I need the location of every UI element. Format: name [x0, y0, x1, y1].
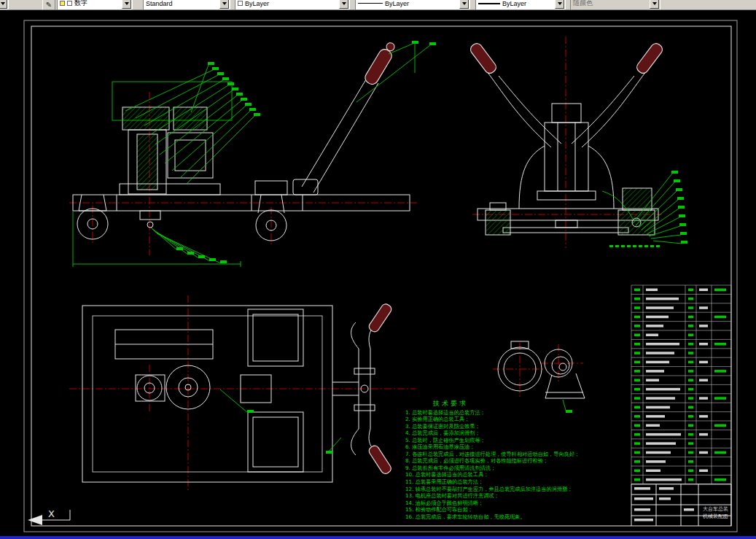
tech-requirement-item: 4. 总装完成后，要添加润滑剂； — [405, 430, 595, 437]
drawing-viewport[interactable]: X — [0, 10, 756, 536]
ucs-arrow-icon — [28, 515, 42, 525]
linetype-combo-value: ByLayer — [385, 0, 409, 7]
tech-requirement-item: 2. 实验用正确的总装工具； — [405, 416, 595, 423]
ucs-icon: X — [28, 508, 70, 525]
tech-requirement-item: 13. 电机座总装时要对其进行注意调试； — [405, 492, 595, 500]
tech-requirement-item: 14. 油标必须合乎颜色鲜明清晰； — [405, 500, 595, 507]
layer-color-swatch-icon — [67, 1, 72, 6]
command-window-edge[interactable] — [0, 536, 756, 539]
tech-requirement-item: 9. 总装前所有零件必须用清洗剂清洗； — [405, 465, 595, 472]
tech-requirement-item: 12. 轴承总装时不要敲打产生应力，并且总装完成后加注适当的润滑脂； — [405, 486, 595, 493]
tech-requirement-item: 5. 总装时，防止碰伤产生划痕等； — [405, 437, 595, 444]
drawing-subtitle: 机械装配图 — [699, 513, 732, 520]
docked-combo-fragment[interactable] — [0, 0, 9, 10]
layer-combo-value: 数字 — [74, 0, 87, 8]
layer-on-icon — [60, 1, 65, 6]
handle-grip — [635, 42, 664, 75]
tech-requirement-item: 10. 总装时要选择适当的总装工具； — [405, 471, 595, 478]
text-style-value: Standard — [146, 0, 173, 7]
dropdown-arrow-icon[interactable] — [122, 0, 131, 9]
make-layer-current-button[interactable]: ✎ — [42, 0, 55, 10]
parts-table — [631, 285, 731, 526]
handle-grip — [363, 40, 398, 87]
technical-requirements: 技术要求 1. 总装时要选择适当的总装方法；2. 实验用正确的总装工具；3. 总… — [405, 400, 595, 520]
properties-toolbar: ✎ 数字 Standard ByLayer ByLayer ByLayer 随颜… — [0, 0, 756, 10]
tech-requirements-list: 1. 总装时要选择适当的总装方法；2. 实验用正确的总装工具；3. 总装要保证密… — [405, 409, 595, 521]
dropdown-arrow-icon[interactable] — [650, 0, 659, 9]
dropdown-arrow-icon[interactable] — [459, 0, 469, 9]
plot-style-combo[interactable]: 随颜色 — [570, 0, 660, 10]
text-style-combo[interactable]: Standard — [143, 0, 230, 10]
detail-view-pump — [493, 341, 585, 398]
handle-grip — [367, 444, 393, 476]
linetype-combo[interactable]: ByLayer — [355, 0, 470, 10]
dropdown-arrow-icon[interactable] — [219, 0, 229, 9]
tech-requirements-title: 技术要求 — [433, 400, 595, 408]
dropdown-arrow-icon[interactable] — [339, 0, 348, 9]
model-space-canvas[interactable]: X 技术要求 1. 总装时要选择适当的总装方法；2. 实验用正确的总装工具；3.… — [0, 10, 756, 536]
tech-requirement-item: 1. 总装时要选择适当的总装方法； — [405, 409, 595, 416]
lineweight-combo-value: ByLayer — [502, 0, 526, 7]
tech-requirement-item: 7. 各连杆总装完成后，对连接进行处理，使导杆相对运动自如，导向良好； — [405, 451, 595, 458]
current-color-swatch-icon — [238, 1, 243, 6]
tech-requirement-item: 6. 液压油采用石油基液压油； — [405, 443, 595, 451]
tech-requirement-item: 15. 检验动作配合可靠自如； — [405, 506, 595, 513]
handle-grip — [367, 303, 393, 334]
title-block-text: 大台车总装 机械装配图 — [699, 505, 732, 520]
pencil-icon: ✎ — [46, 1, 52, 9]
tech-requirement-item: 11. 总装要采用正确的总装方法； — [405, 478, 595, 486]
dropdown-arrow-icon[interactable] — [0, 0, 7, 9]
plot-style-value: 随颜色 — [573, 0, 593, 8]
drawing-title: 大台车总装 — [699, 505, 732, 513]
plan-view — [69, 295, 416, 492]
side-view — [69, 40, 417, 267]
handle-grip — [469, 42, 498, 75]
layer-combo[interactable]: 数字 — [57, 0, 133, 10]
front-view — [469, 36, 665, 248]
lineweight-sample-icon — [478, 3, 500, 4]
dropdown-arrow-icon[interactable] — [555, 0, 564, 9]
color-combo[interactable]: ByLayer — [235, 0, 350, 10]
lineweight-combo[interactable]: ByLayer — [475, 0, 566, 10]
ucs-x-label: X — [48, 508, 55, 519]
tech-requirement-item: 8. 总装完成后，必须进行各项实验，对各性能指标进行检验； — [405, 457, 595, 465]
tech-requirement-item: 16. 总装完成后，要求车轮转动自如，无咬死现象。 — [405, 513, 595, 521]
tech-requirement-item: 3. 总装要保证密封及防尘效果； — [405, 423, 595, 430]
color-combo-value: ByLayer — [245, 0, 269, 7]
linetype-sample-icon — [358, 3, 383, 4]
